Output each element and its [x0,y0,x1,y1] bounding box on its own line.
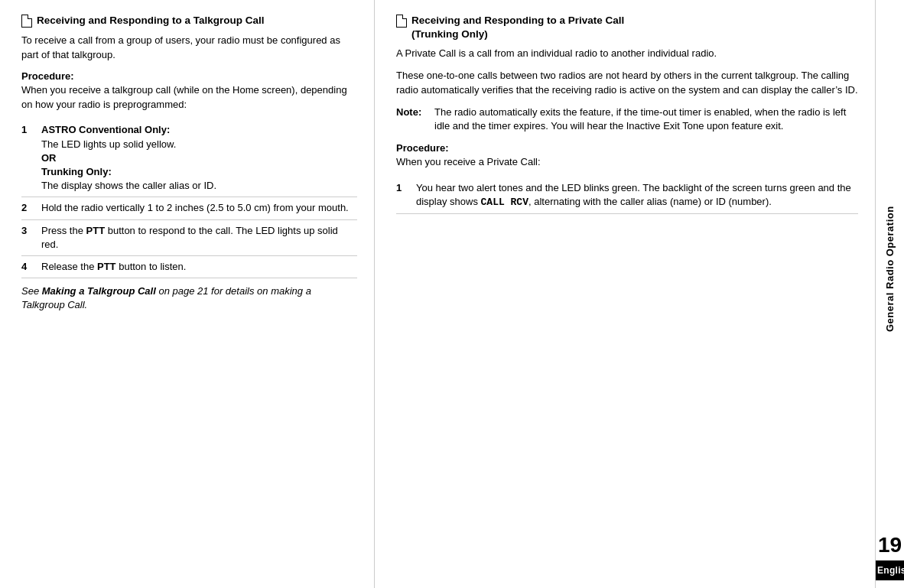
step-1-trunking-label: Trunking Only: [41,166,112,177]
left-heading-text: Receiving and Responding to a Talkgroup … [37,14,357,28]
step-1-or: OR [41,152,57,164]
call-rcv-text: CALL RCV [481,197,528,208]
right-heading-line1: Receiving and Responding to a Private Ca… [411,15,624,26]
step-number-4: 4 [21,260,35,274]
step-number-2: 2 [21,201,35,215]
note-label: Note: [396,106,434,119]
step-4-ptt: PTT [97,261,116,272]
page-number: 19 [878,530,902,560]
see-also-text: See Making a Talkgroup Call on page 21 f… [21,284,357,312]
right-column: Receiving and Responding to a Private Ca… [375,0,875,588]
right-step-1-content: You hear two alert tones and the LED bli… [416,181,858,210]
see-also-link[interactable]: Making a Talkgroup Call [42,285,156,297]
note-block: Note: The radio automatically exits the … [396,106,858,133]
left-section-heading: Receiving and Responding to a Talkgroup … [21,14,357,28]
right-step-1: 1 You hear two alert tones and the LED b… [396,177,858,214]
step-1-astro-text: The LED lights up solid yellow. [41,138,176,150]
left-procedure-label: Procedure: [21,70,357,82]
note-content: The radio automatically exits the featur… [434,106,858,133]
left-step-1: 1 ASTRO Conventional Only: The LED light… [21,119,357,197]
right-heading-line2: (Trunking Only) [411,28,488,40]
left-intro: To receive a call from a group of users,… [21,34,357,63]
right-section-heading: Receiving and Responding to a Private Ca… [396,14,858,41]
right-steps-list: 1 You hear two alert tones and the LED b… [396,177,858,214]
step-3-content: Press the PTT button to respond to the c… [41,224,357,252]
right-procedure-intro: When you receive a Private Call: [396,155,858,170]
left-step-4: 4 Release the PTT button to listen. [21,256,357,278]
step-2-content: Hold the radio vertically 1 to 2 inches … [41,201,357,215]
step-3-ptt: PTT [86,225,106,236]
step-1-trunking-text: The display shows the caller alias or ID… [41,180,216,191]
right-heading-text: Receiving and Responding to a Private Ca… [411,14,858,41]
doc-icon-left [21,15,32,28]
left-procedure-intro: When you receive a talkgroup call (while… [21,83,357,112]
doc-icon-right [396,15,407,28]
left-step-3: 3 Press the PTT button to respond to the… [21,220,357,256]
language-label: English [876,560,904,580]
step-number-1: 1 [21,123,35,137]
left-column: Receiving and Responding to a Talkgroup … [0,0,375,588]
right-procedure-label: Procedure: [396,142,858,154]
step-number-3: 3 [21,224,35,238]
left-steps-list: 1 ASTRO Conventional Only: The LED light… [21,119,357,278]
step-1-content: ASTRO Conventional Only: The LED lights … [41,123,357,193]
sidebar: General Radio Operation 19 English [875,0,904,588]
step-1-astro-label: ASTRO Conventional Only: [41,124,170,135]
right-step-number-1: 1 [396,181,410,195]
step-4-content: Release the PTT button to listen. [41,260,357,274]
left-step-2: 2 Hold the radio vertically 1 to 2 inche… [21,197,357,219]
sidebar-title: General Radio Operation [884,8,896,530]
right-intro1: A Private Call is a call from an individ… [396,47,858,61]
right-intro2: These one-to-one calls between two radio… [396,69,858,98]
